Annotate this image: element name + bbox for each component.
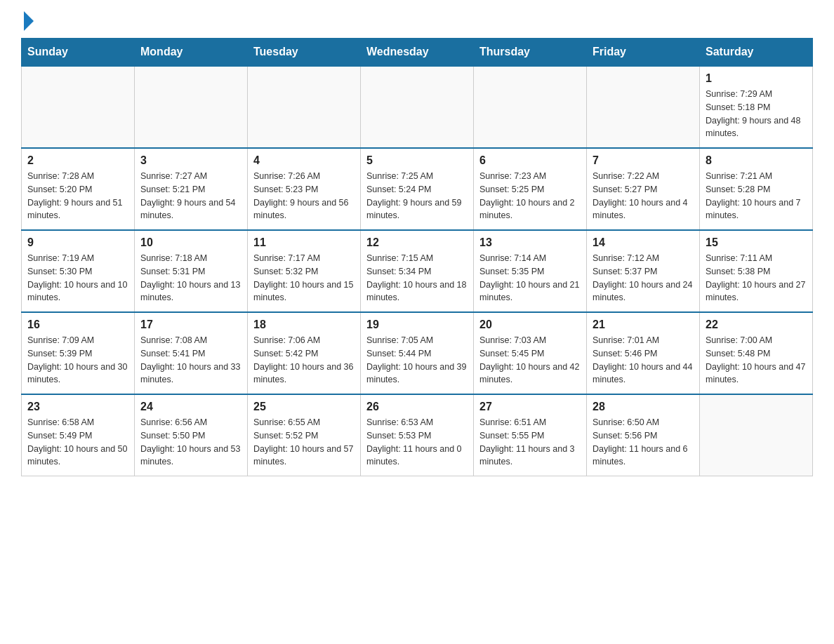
day-info: Sunrise: 7:25 AMSunset: 5:24 PMDaylight:… <box>366 170 468 222</box>
day-info: Sunrise: 7:05 AMSunset: 5:44 PMDaylight:… <box>366 334 468 387</box>
day-number: 2 <box>27 154 128 167</box>
calendar-cell <box>361 66 474 148</box>
day-number: 18 <box>253 318 355 331</box>
calendar-cell: 21Sunrise: 7:01 AMSunset: 5:46 PMDayligh… <box>587 312 700 394</box>
calendar-week-row: 1Sunrise: 7:29 AMSunset: 5:18 PMDaylight… <box>22 66 813 148</box>
day-number: 12 <box>366 236 468 249</box>
calendar-cell: 27Sunrise: 6:51 AMSunset: 5:55 PMDayligh… <box>474 394 587 476</box>
calendar-cell: 4Sunrise: 7:26 AMSunset: 5:23 PMDaylight… <box>248 148 361 230</box>
calendar-cell: 6Sunrise: 7:23 AMSunset: 5:25 PMDaylight… <box>474 148 587 230</box>
calendar-cell: 19Sunrise: 7:05 AMSunset: 5:44 PMDayligh… <box>361 312 474 394</box>
day-number: 26 <box>366 401 468 413</box>
day-number: 24 <box>140 401 241 413</box>
calendar-cell: 26Sunrise: 6:53 AMSunset: 5:53 PMDayligh… <box>361 394 474 476</box>
day-info: Sunrise: 7:11 AMSunset: 5:38 PMDaylight:… <box>706 252 807 304</box>
calendar-cell <box>22 66 135 148</box>
calendar-cell: 9Sunrise: 7:19 AMSunset: 5:30 PMDaylight… <box>22 230 135 312</box>
day-number: 6 <box>479 154 581 167</box>
day-header-friday: Friday <box>587 39 700 67</box>
logo-arrow-icon <box>24 11 34 31</box>
day-info: Sunrise: 7:19 AMSunset: 5:30 PMDaylight:… <box>27 252 128 304</box>
calendar-week-row: 2Sunrise: 7:28 AMSunset: 5:20 PMDaylight… <box>22 148 813 230</box>
day-info: Sunrise: 7:27 AMSunset: 5:21 PMDaylight:… <box>140 170 241 222</box>
day-number: 17 <box>140 318 241 331</box>
calendar-week-row: 16Sunrise: 7:09 AMSunset: 5:39 PMDayligh… <box>22 312 813 394</box>
day-header-thursday: Thursday <box>474 39 587 67</box>
day-header-monday: Monday <box>135 39 248 67</box>
day-number: 16 <box>27 318 128 331</box>
calendar-cell: 28Sunrise: 6:50 AMSunset: 5:56 PMDayligh… <box>587 394 700 476</box>
logo <box>21 14 34 31</box>
day-info: Sunrise: 6:51 AMSunset: 5:55 PMDaylight:… <box>479 416 581 469</box>
page-header <box>21 14 813 31</box>
day-header-sunday: Sunday <box>22 39 135 67</box>
day-number: 19 <box>366 318 468 331</box>
day-info: Sunrise: 6:55 AMSunset: 5:52 PMDaylight:… <box>253 416 355 469</box>
calendar-cell: 23Sunrise: 6:58 AMSunset: 5:49 PMDayligh… <box>22 394 135 476</box>
calendar-week-row: 9Sunrise: 7:19 AMSunset: 5:30 PMDaylight… <box>22 230 813 312</box>
day-info: Sunrise: 7:17 AMSunset: 5:32 PMDaylight:… <box>253 252 355 304</box>
day-number: 11 <box>253 236 355 249</box>
day-info: Sunrise: 7:15 AMSunset: 5:34 PMDaylight:… <box>366 252 468 304</box>
calendar-cell: 7Sunrise: 7:22 AMSunset: 5:27 PMDaylight… <box>587 148 700 230</box>
calendar-cell <box>248 66 361 148</box>
calendar-cell: 22Sunrise: 7:00 AMSunset: 5:48 PMDayligh… <box>700 312 813 394</box>
day-info: Sunrise: 7:26 AMSunset: 5:23 PMDaylight:… <box>253 170 355 222</box>
day-number: 4 <box>253 154 355 167</box>
day-info: Sunrise: 7:29 AMSunset: 5:18 PMDaylight:… <box>706 88 807 140</box>
day-number: 7 <box>593 154 694 167</box>
day-number: 28 <box>593 401 694 413</box>
day-number: 21 <box>593 318 694 331</box>
day-number: 1 <box>706 72 807 85</box>
day-info: Sunrise: 7:00 AMSunset: 5:48 PMDaylight:… <box>706 334 807 387</box>
day-info: Sunrise: 7:23 AMSunset: 5:25 PMDaylight:… <box>479 170 581 222</box>
day-number: 22 <box>706 318 807 331</box>
calendar-cell: 8Sunrise: 7:21 AMSunset: 5:28 PMDaylight… <box>700 148 813 230</box>
calendar-cell: 10Sunrise: 7:18 AMSunset: 5:31 PMDayligh… <box>135 230 248 312</box>
day-number: 25 <box>253 401 355 413</box>
day-info: Sunrise: 7:09 AMSunset: 5:39 PMDaylight:… <box>27 334 128 387</box>
day-info: Sunrise: 6:56 AMSunset: 5:50 PMDaylight:… <box>140 416 241 469</box>
calendar-cell <box>135 66 248 148</box>
day-info: Sunrise: 6:53 AMSunset: 5:53 PMDaylight:… <box>366 416 468 469</box>
calendar-cell: 3Sunrise: 7:27 AMSunset: 5:21 PMDaylight… <box>135 148 248 230</box>
day-number: 20 <box>479 318 581 331</box>
day-number: 23 <box>27 401 128 413</box>
day-info: Sunrise: 7:28 AMSunset: 5:20 PMDaylight:… <box>27 170 128 222</box>
calendar-cell: 24Sunrise: 6:56 AMSunset: 5:50 PMDayligh… <box>135 394 248 476</box>
day-info: Sunrise: 7:08 AMSunset: 5:41 PMDaylight:… <box>140 334 241 387</box>
day-number: 5 <box>366 154 468 167</box>
day-number: 13 <box>479 236 581 249</box>
calendar-cell: 12Sunrise: 7:15 AMSunset: 5:34 PMDayligh… <box>361 230 474 312</box>
day-info: Sunrise: 7:06 AMSunset: 5:42 PMDaylight:… <box>253 334 355 387</box>
day-info: Sunrise: 6:50 AMSunset: 5:56 PMDaylight:… <box>593 416 694 469</box>
day-number: 3 <box>140 154 241 167</box>
calendar-cell: 2Sunrise: 7:28 AMSunset: 5:20 PMDaylight… <box>22 148 135 230</box>
day-number: 27 <box>479 401 581 413</box>
day-number: 10 <box>140 236 241 249</box>
calendar-cell <box>700 394 813 476</box>
calendar-cell: 25Sunrise: 6:55 AMSunset: 5:52 PMDayligh… <box>248 394 361 476</box>
day-header-wednesday: Wednesday <box>361 39 474 67</box>
day-info: Sunrise: 6:58 AMSunset: 5:49 PMDaylight:… <box>27 416 128 469</box>
calendar-header-row: SundayMondayTuesdayWednesdayThursdayFrid… <box>22 39 813 67</box>
day-number: 8 <box>706 154 807 167</box>
day-info: Sunrise: 7:12 AMSunset: 5:37 PMDaylight:… <box>593 252 694 304</box>
calendar-cell: 5Sunrise: 7:25 AMSunset: 5:24 PMDaylight… <box>361 148 474 230</box>
day-header-saturday: Saturday <box>700 39 813 67</box>
calendar-cell: 17Sunrise: 7:08 AMSunset: 5:41 PMDayligh… <box>135 312 248 394</box>
calendar-table: SundayMondayTuesdayWednesdayThursdayFrid… <box>21 38 813 476</box>
calendar-week-row: 23Sunrise: 6:58 AMSunset: 5:49 PMDayligh… <box>22 394 813 476</box>
calendar-cell: 20Sunrise: 7:03 AMSunset: 5:45 PMDayligh… <box>474 312 587 394</box>
day-info: Sunrise: 7:18 AMSunset: 5:31 PMDaylight:… <box>140 252 241 304</box>
day-header-tuesday: Tuesday <box>248 39 361 67</box>
calendar-cell: 14Sunrise: 7:12 AMSunset: 5:37 PMDayligh… <box>587 230 700 312</box>
calendar-cell: 13Sunrise: 7:14 AMSunset: 5:35 PMDayligh… <box>474 230 587 312</box>
day-info: Sunrise: 7:22 AMSunset: 5:27 PMDaylight:… <box>593 170 694 222</box>
calendar-cell: 18Sunrise: 7:06 AMSunset: 5:42 PMDayligh… <box>248 312 361 394</box>
calendar-cell <box>587 66 700 148</box>
day-info: Sunrise: 7:14 AMSunset: 5:35 PMDaylight:… <box>479 252 581 304</box>
calendar-cell: 16Sunrise: 7:09 AMSunset: 5:39 PMDayligh… <box>22 312 135 394</box>
day-number: 9 <box>27 236 128 249</box>
day-number: 15 <box>706 236 807 249</box>
